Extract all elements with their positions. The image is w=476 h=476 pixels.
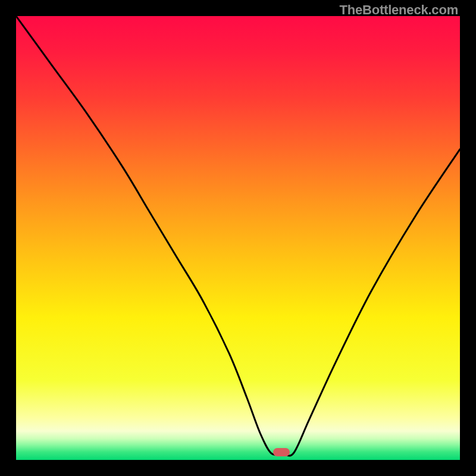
optimal-marker (273, 448, 290, 456)
plot-area (16, 16, 460, 460)
curve-layer (16, 16, 460, 460)
bottleneck-curve (16, 16, 460, 456)
chart-container: TheBottleneck.com (0, 0, 476, 476)
